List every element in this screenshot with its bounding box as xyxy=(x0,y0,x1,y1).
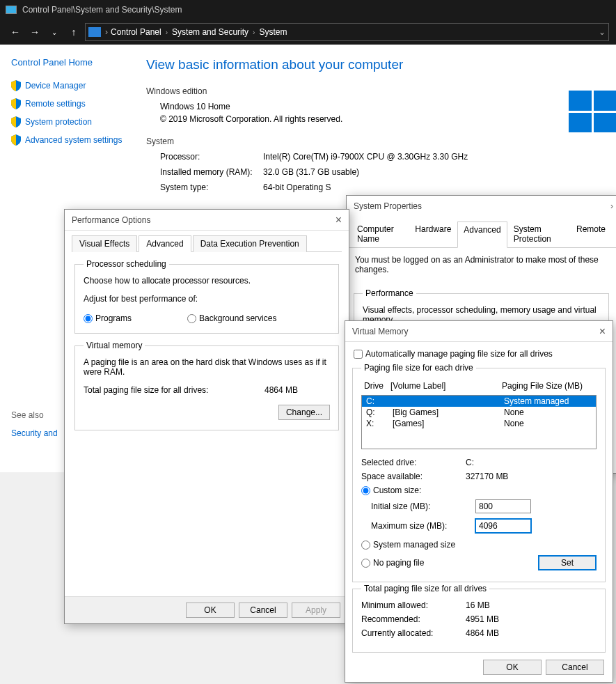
performance-options-dialog: Performance Options × Visual Effects Adv… xyxy=(64,209,349,624)
paging-per-drive-group: Paging file size for each drive Drive [V… xyxy=(352,363,606,582)
nav-label: Advanced system settings xyxy=(25,135,122,145)
close-icon[interactable]: × xyxy=(335,214,342,226)
dialog-title: System Properties xyxy=(354,201,422,211)
tab-advanced[interactable]: Advanced xyxy=(139,235,191,252)
tab-computer-name[interactable]: Computer Name xyxy=(351,221,409,247)
up-button[interactable]: ↑ xyxy=(65,24,82,40)
vm-desc: A paging file is an area on the hard dis… xyxy=(84,357,330,377)
scheduling-legend: Processor scheduling xyxy=(84,259,169,269)
dialog-titlebar: System Properties › xyxy=(347,196,616,217)
chevron-right-icon: › xyxy=(166,29,168,36)
virtual-memory-group: Virtual memory A paging file is an area … xyxy=(74,341,339,430)
drive-row[interactable]: C: System managed xyxy=(362,396,596,407)
radio-programs-input[interactable] xyxy=(84,314,93,323)
dialog-titlebar: Virtual Memory × xyxy=(345,321,613,342)
apply-button[interactable]: Apply xyxy=(292,603,340,618)
shield-icon xyxy=(11,116,21,127)
initial-size-label: Initial size (MB): xyxy=(371,502,475,511)
radio-nopaging-input[interactable] xyxy=(361,559,370,568)
breadcrumb-bar[interactable]: › Control Panel › System and Security › … xyxy=(85,23,609,41)
set-button[interactable]: Set xyxy=(538,555,597,570)
selected-drive-value: C: xyxy=(466,458,474,467)
chevron-down-icon[interactable]: ⌄ xyxy=(599,27,606,37)
advanced-system-settings-link[interactable]: Advanced system settings xyxy=(11,134,135,146)
system-protection-link[interactable]: System protection xyxy=(11,116,135,127)
vm-change-button[interactable]: Change... xyxy=(278,405,330,420)
control-panel-home-link[interactable]: Control Panel Home xyxy=(11,57,135,68)
tab-visual-effects[interactable]: Visual Effects xyxy=(72,235,137,252)
recommended-label: Recommended: xyxy=(361,614,466,624)
dialog-title: Virtual Memory xyxy=(352,327,408,336)
system-heading: System xyxy=(146,137,616,146)
radio-system-managed[interactable]: System managed size xyxy=(361,540,597,550)
perfopt-tabs: Visual Effects Advanced Data Execution P… xyxy=(72,235,342,252)
chevron-right-icon[interactable]: › xyxy=(610,201,613,211)
auto-manage-input[interactable] xyxy=(354,350,363,359)
drive-list-header: Drive [Volume Label] Paging File Size (M… xyxy=(361,380,597,392)
radio-custom-size[interactable]: Custom size: xyxy=(361,485,597,495)
tab-dep[interactable]: Data Execution Prevention xyxy=(193,235,307,252)
maximum-size-label: Maximum size (MB): xyxy=(371,521,475,531)
window-titlebar: Control Panel\System and Security\System xyxy=(0,0,616,20)
maximum-size-input[interactable] xyxy=(475,519,531,533)
processor-label: Processor: xyxy=(160,152,263,162)
cancel-button[interactable]: Cancel xyxy=(546,660,604,675)
drive-legend: Paging file size for each drive xyxy=(361,363,476,373)
col-size: Paging File Size (MB) xyxy=(502,381,583,391)
close-icon[interactable]: × xyxy=(599,325,606,338)
windows-logo: V xyxy=(569,91,616,132)
allocated-label: Currently allocated: xyxy=(361,628,466,638)
min-allowed-value: 16 MB xyxy=(466,600,490,610)
window-title: Control Panel\System and Security\System xyxy=(22,5,182,15)
cancel-button[interactable]: Cancel xyxy=(239,603,287,618)
ok-button[interactable]: OK xyxy=(186,603,235,618)
drive-list[interactable]: C: System managed Q: [Big Games] None X:… xyxy=(361,395,597,449)
drive-row[interactable]: X: [Games] None xyxy=(362,418,596,429)
remote-settings-link[interactable]: Remote settings xyxy=(11,98,135,109)
chevron-right-icon: › xyxy=(253,29,255,36)
device-manager-link[interactable]: Device Manager xyxy=(11,80,135,91)
system-icon xyxy=(6,6,17,14)
shield-icon xyxy=(11,98,21,109)
page-heading: View basic information about your comput… xyxy=(146,57,616,72)
adjust-label: Adjust for best performance of: xyxy=(84,294,330,304)
radio-no-paging[interactable]: No paging file xyxy=(361,558,538,568)
chevron-right-icon: › xyxy=(105,27,108,37)
drive-row[interactable]: Q: [Big Games] None xyxy=(362,407,596,418)
nav-label: System protection xyxy=(25,117,92,127)
scheduling-desc: Choose how to allocate processor resourc… xyxy=(84,276,330,286)
windows-flag-icon xyxy=(569,91,616,132)
auto-manage-checkbox[interactable]: Automatically manage paging file size fo… xyxy=(354,349,604,359)
radio-sysmanaged-input[interactable] xyxy=(361,541,370,550)
min-allowed-label: Minimum allowed: xyxy=(361,600,466,610)
virtual-memory-dialog: Virtual Memory × Automatically manage pa… xyxy=(345,320,613,683)
crumb-root[interactable]: Control Panel xyxy=(111,27,161,37)
ok-button[interactable]: OK xyxy=(483,660,542,675)
shield-icon xyxy=(11,134,21,146)
selected-drive-label: Selected drive: xyxy=(361,458,466,467)
ram-value: 32.0 GB (31.7 GB usable) xyxy=(263,167,359,177)
tab-advanced[interactable]: Advanced xyxy=(457,221,507,248)
copyright-text: © 2019 Microsoft Corporation. All rights… xyxy=(160,114,616,124)
sysprops-tabs: Computer Name Hardware Advanced System P… xyxy=(347,217,616,248)
crumb-mid[interactable]: System and Security xyxy=(172,27,248,37)
forward-button[interactable]: → xyxy=(26,24,43,40)
back-button[interactable]: ← xyxy=(7,24,24,40)
initial-size-input[interactable] xyxy=(475,499,531,513)
space-available-value: 327170 MB xyxy=(466,472,508,481)
crumb-leaf[interactable]: System xyxy=(259,27,287,37)
radio-custom-input[interactable] xyxy=(361,486,370,495)
tab-hardware[interactable]: Hardware xyxy=(409,221,457,247)
edition-heading: Windows edition xyxy=(146,86,616,96)
edition-name: Windows 10 Home xyxy=(160,102,616,111)
tab-system-protection[interactable]: System Protection xyxy=(507,221,570,247)
recent-dropdown[interactable]: ⌄ xyxy=(46,24,63,40)
radio-background[interactable]: Background services xyxy=(187,313,276,323)
radio-background-input[interactable] xyxy=(187,314,196,323)
recommended-value: 4951 MB xyxy=(466,614,499,624)
vm-total-label: Total paging file size for all drives: xyxy=(84,385,264,395)
tab-remote[interactable]: Remote xyxy=(570,221,612,247)
dialog-titlebar: Performance Options × xyxy=(65,210,349,231)
nav-label: Device Manager xyxy=(25,81,86,91)
radio-programs[interactable]: Programs xyxy=(84,313,132,323)
